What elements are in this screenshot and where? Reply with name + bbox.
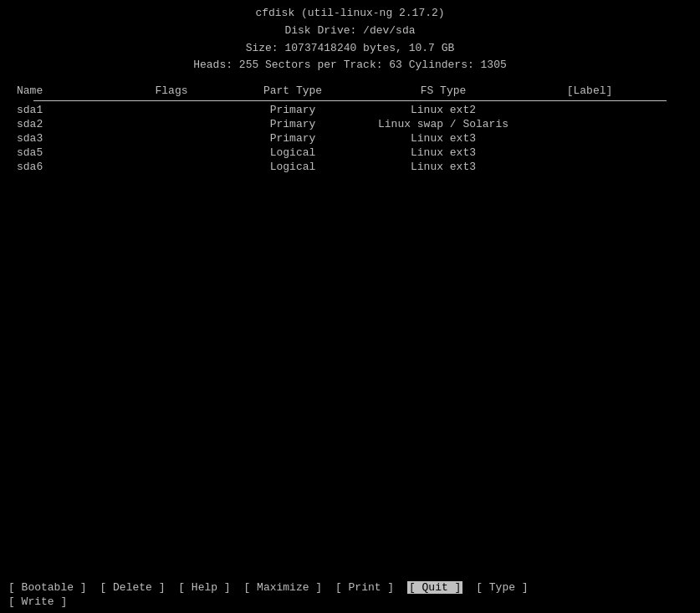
row-fstype: Linux ext3 — [360, 161, 527, 173]
drive-label: Disk Drive: — [284, 24, 356, 37]
row-parttype: Logical — [226, 161, 360, 173]
menu-delete[interactable]: [ Delete ] — [100, 581, 165, 594]
table-row[interactable]: sda5 Logical Linux ext3 — [17, 146, 683, 160]
table-divider — [33, 100, 667, 101]
row-fstype: Linux ext2 — [360, 104, 527, 116]
size-line: Size: 10737418240 bytes, 10.7 GB — [0, 40, 700, 58]
row-label — [527, 104, 652, 116]
table-row[interactable]: sda6 Logical Linux ext3 — [17, 160, 683, 174]
row-flags — [117, 104, 226, 116]
row-name: sda5 — [17, 146, 117, 159]
row-fstype: Linux swap / Solaris — [360, 118, 527, 130]
row-name: sda1 — [17, 104, 117, 116]
row-label — [527, 146, 652, 159]
table-header: Name Flags Part Type FS Type [Label] — [17, 83, 683, 99]
heads-label: Heads: — [193, 59, 232, 71]
row-label — [527, 132, 652, 145]
row-name: sda3 — [17, 132, 117, 145]
menu-row-1: [ Bootable ] [ Delete ] [ Help ] [ Maxim… — [8, 581, 692, 594]
row-name: sda2 — [17, 118, 117, 130]
row-parttype: Logical — [226, 146, 360, 159]
row-parttype: Primary — [226, 132, 360, 145]
row-label — [527, 118, 652, 130]
col-label: [Label] — [527, 84, 652, 97]
disk-drive-line: Disk Drive: /dev/sda — [0, 23, 700, 40]
cylinders-label: Cylinders: — [409, 59, 474, 71]
row-label — [527, 161, 652, 173]
app-title: cfdisk (util-linux-ng 2.17.2) — [0, 5, 700, 23]
row-flags — [117, 132, 226, 145]
row-name: sda6 — [17, 161, 117, 173]
row-fstype: Linux ext3 — [360, 146, 527, 159]
menu-write[interactable]: [ Write ] — [8, 595, 67, 608]
menu-row-2: [ Write ] — [8, 595, 692, 608]
heads-line: Heads: 255 Sectors per Track: 63 Cylinde… — [0, 57, 700, 74]
table-row[interactable]: sda3 Primary Linux ext3 — [17, 131, 683, 146]
menu-bar: [ Bootable ] [ Delete ] [ Help ] [ Maxim… — [0, 578, 700, 613]
row-flags — [117, 161, 226, 173]
col-fstype: FS Type — [360, 84, 527, 97]
menu-print[interactable]: [ Print ] — [335, 581, 394, 594]
row-fstype: Linux ext3 — [360, 132, 527, 145]
menu-type[interactable]: [ Type ] — [476, 581, 528, 594]
menu-quit[interactable]: [ Quit ] — [407, 581, 462, 594]
col-flags: Flags — [117, 84, 226, 97]
row-flags — [117, 118, 226, 130]
row-flags — [117, 146, 226, 159]
row-parttype: Primary — [226, 118, 360, 130]
menu-help[interactable]: [ Help ] — [178, 581, 230, 594]
menu-bootable[interactable]: [ Bootable ] — [8, 581, 87, 594]
table-row[interactable]: sda1 Primary Linux ext2 — [17, 103, 683, 117]
table-row[interactable]: sda2 Primary Linux swap / Solaris — [17, 117, 683, 131]
row-parttype: Primary — [226, 104, 360, 116]
col-parttype: Part Type — [226, 84, 360, 97]
menu-maximize[interactable]: [ Maximize ] — [244, 581, 323, 594]
sectors-label: Sectors per Track: — [265, 59, 382, 71]
col-name: Name — [17, 84, 117, 97]
size-label: Size: — [246, 42, 278, 54]
